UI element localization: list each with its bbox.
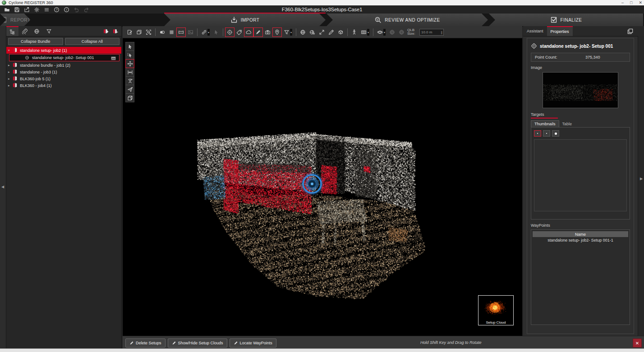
tree-item[interactable]: ▸ standalone - job3 (1) [6,69,121,75]
animation-tool[interactable] [359,27,371,37]
remove-bundle-button[interactable] [111,27,120,36]
undock-panel-button[interactable] [625,27,635,35]
sphere-mode-tool[interactable] [387,27,397,37]
step-report[interactable]: REPORT [0,14,31,26]
panorama-view-tool[interactable] [176,27,186,37]
measure-tool[interactable] [125,68,134,77]
close-view-button[interactable]: ✕ [633,338,642,347]
bottom-action-label: Show/Hide Setup Clouds [178,341,223,345]
slider-grip-icon[interactable]: ||| [441,31,442,34]
greyscale-view-tool[interactable] [167,27,176,37]
fly-tool[interactable] [125,85,134,94]
target-dot-icon [537,133,538,134]
targets-empty-area [534,139,627,211]
pano-sphere-tool[interactable] [298,27,308,37]
step-finalize[interactable]: FINALIZE [489,14,643,26]
filter-tool[interactable] [282,27,294,37]
tree-caret-icon[interactable]: ▸ [8,84,12,87]
pen-icon [172,341,176,345]
targets-box [531,127,630,219]
tree-item[interactable]: ▾ standalone setup- job2 (1) [6,47,121,54]
tree-caret-icon[interactable]: ▸ [8,64,12,67]
delete-setups-button[interactable]: Delete Setups [125,338,166,347]
qlb-size-slider[interactable]: 10.0 m ||| [419,29,444,36]
tree-caret-icon[interactable]: ▸ [8,70,12,74]
workflow-step-icon [550,16,557,23]
point-cloud-viewport[interactable]: Setup Cloud [123,38,522,336]
add-target-tool[interactable] [225,27,235,37]
setup-image-thumbnail[interactable] [543,72,618,108]
tab-attachments[interactable] [18,26,31,36]
qlb-size-control: QLB Size: 10.0 m ||| [407,28,444,36]
minimap-canvas [479,296,512,319]
tree-item[interactable]: ▸ standalone bundle - job1 (2) [6,62,121,69]
target-thumbnail-3[interactable] [552,130,559,137]
georeference-tool[interactable] [308,27,317,37]
duplicate-view-tool[interactable] [134,27,144,37]
project-panel: Collapse Bundle Collapse All ▾ standalon… [6,26,122,348]
fit-view-tool[interactable] [317,27,327,37]
pan-tool[interactable] [125,59,134,68]
snapshot-tool[interactable] [263,27,272,37]
collapse-all-button[interactable]: Collapse All [65,38,120,45]
target-thumbnail-2[interactable] [543,130,550,137]
step-import[interactable]: IMPORT [164,14,326,26]
tree-caret-icon[interactable]: ▸ [8,77,12,81]
setup-icon [531,43,537,49]
setup-cloud-minimap[interactable]: Setup Cloud [478,295,514,325]
cloud-visibility-tool[interactable] [157,27,167,37]
photo-icon [110,55,116,60]
point-count-value: 375,340 [585,55,600,59]
pick-tool[interactable] [212,27,221,37]
sphere-m-mode-tool[interactable] [397,27,406,37]
tab-filter[interactable] [43,26,55,36]
viewport-bottom-bar: Delete Setups Show/Hide Setup Clouds Loc… [123,336,644,349]
step-review-and-optimize[interactable]: REVIEW AND OPTIMIZE [327,14,488,26]
tab-properties[interactable]: Properties [547,26,573,36]
add-waypoint-tool[interactable] [272,27,282,37]
orbit-mode-tool[interactable] [375,27,387,37]
left-collapse-strip: ◀ [0,26,6,348]
minimize-button[interactable]: – [621,0,624,5]
cube-view-tool[interactable] [125,93,134,102]
tab-geo[interactable] [31,26,43,36]
annotate-tool[interactable] [125,27,134,37]
qlb-size-value: 10.0 m [421,30,432,34]
add-label-tool[interactable] [235,27,244,37]
locate-waypoints-button[interactable]: Locate WayPoints [230,338,276,347]
tree-item[interactable]: ▸ BLK360-job 5 (1) [6,75,121,82]
tree-item-label: standalone bundle - job1 (2) [20,63,70,68]
workflow-step-icon [230,16,238,23]
walkthrough-tool[interactable] [350,27,359,37]
show-hide-setup-clouds-button[interactable]: Show/Hide Setup Clouds [168,338,227,347]
tree-item[interactable]: ▸ BLK360 - job4 (1) [6,82,121,89]
tab-assistant[interactable]: Assistant [523,26,547,36]
target-thumbnail-1[interactable] [534,130,541,137]
setup-image-box[interactable] [542,72,619,109]
rotate-view-tool[interactable] [125,76,134,85]
select-tool[interactable] [125,42,134,51]
add-bundle-button[interactable] [101,27,110,36]
waypoint-row[interactable]: standalone setup- job2- Setup 001-1 [533,237,628,243]
bounding-cube-tool[interactable] [336,27,345,37]
tree-item[interactable]: standalone setup- job2- Setup 001 [9,54,120,61]
tab-target-table[interactable]: Table [559,120,575,127]
maximize-button[interactable]: □ [630,0,632,5]
collapse-left-panel-arrow[interactable]: ◀ [1,185,4,189]
image-view-tool[interactable] [186,27,195,37]
multi-select-tool[interactable] [125,50,134,59]
cleanup-tool[interactable] [327,27,336,37]
point-cloud-canvas[interactable] [123,38,522,336]
collapse-right-panel-arrow[interactable]: ▶ [640,177,643,181]
zoom-region-tool[interactable] [144,27,153,37]
tab-project-tree[interactable] [6,26,18,36]
close-button[interactable]: ✕ [639,0,642,5]
properties-panel-tabs: AssistantProperties [523,26,644,37]
link-tool[interactable] [199,27,212,37]
bundle-icon [12,47,18,53]
draw-tool[interactable] [253,27,263,37]
tree-caret-icon[interactable]: ▾ [8,49,12,52]
tab-target-thumbnails[interactable]: Thumbnails [531,120,559,127]
setup-cloud-tool[interactable] [244,27,253,37]
collapse-bundle-button[interactable]: Collapse Bundle [8,38,63,45]
